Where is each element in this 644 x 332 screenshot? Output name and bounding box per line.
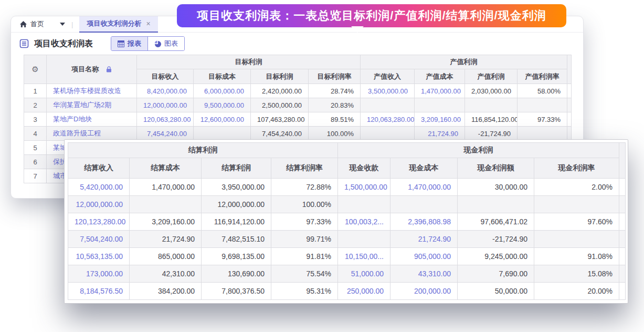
amount-link[interactable]: 21,724.90 <box>428 130 458 138</box>
cell-value: 3,209,160.00 <box>152 217 195 226</box>
amount-link[interactable]: 1,500,000.00 <box>344 183 387 191</box>
project-name-link[interactable]: 政道路升级工程 <box>47 127 137 141</box>
table-cell: 12,000,000.00 <box>137 98 194 112</box>
amount-link[interactable]: 9,500,000.00 <box>204 101 244 109</box>
table-cell: 97.33% <box>518 112 567 127</box>
amount-link[interactable]: 173,000.00 <box>86 269 123 278</box>
promo-banner: 项目收支利润表：一表总览目标利润/产值利润/结算利润/现金利润 <box>177 4 566 27</box>
settlement-cash-profit-table: 结算利润 现金利润 结算收入 结算成本 结算利润 结算利润率 现金收款 现金成本… <box>68 142 626 300</box>
tab-bar-separator: | <box>71 20 73 28</box>
filler-cell <box>619 231 626 248</box>
amount-link[interactable]: 10,563,135.00 <box>76 252 123 261</box>
table-row: 4政道路升级工程7,454,240.007,454,240.00100.00%2… <box>24 127 572 141</box>
amount-link[interactable]: 120,063,280.00 <box>367 116 414 123</box>
report-view-button[interactable]: 报表 <box>111 37 147 50</box>
cell-value: 7,454,240.00 <box>262 130 302 138</box>
chart-view-button[interactable]: 图表 <box>147 37 184 50</box>
column-header: 现金收款 <box>338 158 390 179</box>
table-cell: 91.81% <box>271 248 338 265</box>
cell-value: 30,000.00 <box>495 183 527 191</box>
table-cell <box>415 98 465 112</box>
cell-value: 97.33% <box>307 217 331 226</box>
cell-value: 95.31% <box>307 287 331 295</box>
table-cell: 12,600,000.00 <box>194 112 251 127</box>
group-header-output-profit: 产值利润 <box>361 55 567 69</box>
amount-link[interactable]: 10,150,00... <box>345 252 384 261</box>
cell-value: 99.71% <box>307 235 331 243</box>
amount-link[interactable]: 1,470,000.00 <box>408 183 451 191</box>
amount-link[interactable]: 100,003,2... <box>345 217 384 226</box>
column-header: 目标收入 <box>137 69 194 84</box>
table-icon <box>118 40 124 47</box>
table-cell <box>518 98 567 112</box>
table-cell: 2,030,000.00 <box>465 84 518 98</box>
amount-link[interactable]: 3,209,160.00 <box>421 116 461 123</box>
cell-value: 2,500,000.00 <box>262 101 302 109</box>
amount-link[interactable]: 3,500,000.00 <box>368 87 408 95</box>
amount-link[interactable]: 12,000,000.00 <box>143 101 187 109</box>
cell-value: 100.00% <box>327 130 354 138</box>
project-name-link[interactable]: 某地产D地块 <box>47 112 137 127</box>
view-toggle: 报表 图表 <box>111 36 185 51</box>
table-cell: 12,000,000.00 <box>202 196 271 213</box>
page-title: 项目收支利润表 <box>34 38 93 49</box>
amount-link[interactable]: 6,000,000.00 <box>204 87 244 95</box>
column-header: 结算成本 <box>130 158 202 179</box>
table-cell: 384,200.00 <box>130 283 202 300</box>
home-icon <box>19 20 27 28</box>
cell-value: 130,690.00 <box>228 269 265 278</box>
table-row: 3某地产D地块120,063,280.0012,600,000.00107,46… <box>24 112 572 127</box>
tab-profit-analysis[interactable]: 项目收支利润分析 × <box>79 16 157 33</box>
tab-close-icon[interactable]: × <box>146 19 150 28</box>
project-name-link[interactable]: 华润某置地广场2期 <box>47 98 137 112</box>
amount-link[interactable]: 7,504,240.00 <box>80 235 123 243</box>
amount-link[interactable]: 120,063,280.00 <box>143 116 191 123</box>
table-cell: 97.60% <box>534 213 619 231</box>
cell-value: 116,914,120.00 <box>214 217 265 226</box>
table-row: 7,504,240.0021,724.907,482,515.1099.71%2… <box>68 231 626 248</box>
table-cell: 97.33% <box>271 213 338 231</box>
amount-link[interactable]: 8,184,576.50 <box>80 287 123 295</box>
document-icon <box>19 39 29 48</box>
project-name-link[interactable]: 某机场停车楼提质改造 <box>47 84 137 98</box>
cell-value: 865,000.00 <box>158 252 195 261</box>
cell-value: 21,724.90 <box>162 235 195 243</box>
amount-link[interactable]: 250,000.00 <box>347 287 384 295</box>
amount-link[interactable]: 43,310.00 <box>418 269 451 278</box>
table-cell: 21,724.90 <box>415 127 465 141</box>
table-cell: 75.54% <box>271 265 338 283</box>
filler-cell <box>619 283 626 300</box>
table-cell: 6,000,000.00 <box>194 84 251 98</box>
row-index: 6 <box>24 155 47 169</box>
home-button[interactable]: 首页 <box>19 19 44 29</box>
report-header: 项目收支利润表 报表 <box>11 33 583 55</box>
amount-link[interactable]: 2,396,808.98 <box>408 217 451 226</box>
filler-cell <box>619 265 626 283</box>
cell-value: 3,950,000.00 <box>221 183 265 191</box>
amount-link[interactable]: 905,000.00 <box>414 252 451 261</box>
amount-link[interactable]: 5,420,000.00 <box>80 183 123 191</box>
amount-link[interactable]: 21,724.90 <box>418 235 451 243</box>
amount-link[interactable]: 8,420,000.00 <box>147 87 187 95</box>
table-cell: 10,150,00... <box>338 248 390 265</box>
amount-link[interactable]: 7,454,240.00 <box>147 130 187 138</box>
chevron-down-icon[interactable] <box>60 23 65 26</box>
table-cell: 7,482,515.10 <box>202 231 271 248</box>
table-cell <box>338 196 390 213</box>
home-label: 首页 <box>30 19 44 29</box>
amount-link[interactable]: 12,000,000.00 <box>76 200 123 209</box>
amount-link[interactable]: 12,600,000.00 <box>200 116 244 123</box>
group-header-settlement-profit: 结算利润 <box>68 143 338 158</box>
table-cell: 97,606,471.02 <box>458 213 534 231</box>
table-cell: 7,690.00 <box>458 265 534 283</box>
column-settings-button[interactable]: ⚙ <box>24 55 47 84</box>
table-row: 173,000.0042,310.00130,690.0075.54%51,00… <box>68 265 626 283</box>
column-header: 目标利润率 <box>309 69 361 84</box>
amount-link[interactable]: 1,470,000.00 <box>421 87 461 95</box>
table-cell: 2,500,000.00 <box>251 98 309 112</box>
amount-link[interactable]: 51,000.00 <box>351 269 384 278</box>
amount-link[interactable]: 200,000.00 <box>414 287 451 295</box>
table-row: 120,123,280.003,209,160.00116,914,120.00… <box>68 213 626 231</box>
amount-link[interactable]: 120,123,280.00 <box>75 217 125 226</box>
cell-value: 384,200.00 <box>158 287 195 295</box>
